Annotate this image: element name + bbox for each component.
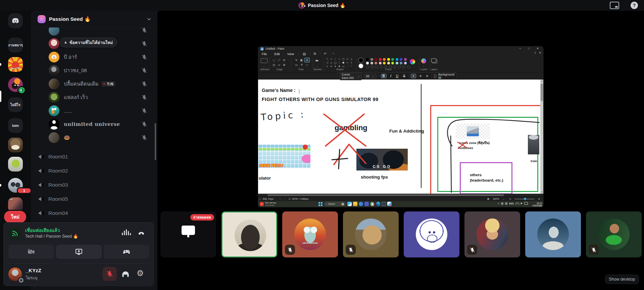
zoom-in-icon[interactable]: ⊕ [538, 198, 540, 200]
popout-player-icon[interactable] [610, 2, 619, 9]
tile-participant-3[interactable] [343, 211, 399, 257]
voice-channel-room04[interactable]: Room04 [31, 206, 157, 220]
edit-colors-icon[interactable] [410, 59, 415, 64]
camera-button[interactable] [8, 245, 54, 259]
taskbar-app-chrome[interactable] [370, 202, 375, 206]
voice-channel-path[interactable]: Tech Hall / Passion Seed 🔥 [25, 234, 78, 239]
gridlines-icon[interactable]: ▦ [487, 198, 490, 200]
help-icon[interactable]: ? [631, 2, 638, 9]
voice-activity-icon[interactable] [122, 229, 131, 235]
color1-swatch[interactable] [359, 58, 363, 62]
background-fill-checkbox[interactable] [434, 75, 436, 78]
align-left-button[interactable]: ≡ [411, 74, 416, 78]
taskbar-app-teams[interactable] [364, 202, 369, 206]
align-center-button[interactable]: ≡ [418, 74, 423, 78]
redo-icon[interactable]: ↷ [329, 52, 337, 56]
font-family-select[interactable]: Comic Sans MS⌄ [340, 72, 362, 80]
start-button[interactable] [318, 202, 323, 206]
palette-row2[interactable] [366, 62, 407, 64]
tile-participant-4[interactable] [404, 211, 459, 257]
copy-icon[interactable]: ⧉ [311, 52, 319, 56]
server-item-plush[interactable] [8, 157, 23, 172]
voice-channel-room01[interactable]: Room01 [31, 150, 157, 164]
member-row[interactable]: ปลื้มคนดีคนเดิม⚔T:/S [31, 77, 157, 91]
activities-button[interactable] [104, 245, 149, 259]
strikethrough-button[interactable]: S [402, 74, 407, 78]
taskbar-app-task-view[interactable] [347, 202, 352, 206]
mic-mute-button[interactable] [103, 267, 117, 281]
tools-icons[interactable]: ✎◧A▭✐⌕ [294, 58, 310, 67]
tile-screenshare[interactable]: ถ่ายทอดสด [160, 211, 216, 257]
server-item-discord-home[interactable] [8, 13, 23, 28]
taskbar-app-onedrive[interactable] [359, 202, 363, 206]
taskbar-search[interactable]: ⌕Search [324, 202, 346, 206]
taskbar-app-paint[interactable] [387, 202, 392, 206]
member-row[interactable]: unlimited universe [31, 117, 157, 131]
maximize-icon[interactable]: □ [525, 46, 533, 51]
taskbar-app-edge[interactable] [376, 202, 380, 206]
voice-channel-room03[interactable]: Room03 [31, 178, 157, 192]
server-item-iwm[interactable]: iwm [8, 118, 23, 133]
layers-icon[interactable] [431, 58, 436, 62]
screenshare-button[interactable] [56, 245, 102, 259]
font-size-select[interactable]: 28⌄ [364, 74, 377, 79]
voice-channel-room05[interactable]: Room05 [31, 192, 157, 206]
palette-row1[interactable] [366, 58, 407, 61]
image-tools-icons[interactable]: ⬚⤢⟳◫▱⊞ [271, 58, 287, 67]
close-icon[interactable]: ✕ [533, 46, 542, 51]
voice-channel-room02[interactable]: Room02 [31, 164, 157, 178]
italic-button[interactable]: I [389, 74, 393, 78]
shapes-grid[interactable]: ╲∿○□▢⬠△◁◇◯☆⬟⇦⇧⇩✶✦❖▭◌◠ [325, 57, 353, 68]
server-header[interactable]: ⌂ Passion Seed 🔥 [31, 11, 157, 28]
sidebar-scrollbar[interactable] [155, 123, 156, 160]
zoom-slider[interactable] [514, 199, 535, 199]
color2-swatch[interactable] [359, 64, 363, 68]
zoom-level[interactable]: 100% [493, 197, 499, 200]
canvas-hscrollbar[interactable] [258, 194, 540, 196]
magnifier-icon: ⌕ [304, 62, 310, 67]
new-server-pill[interactable]: ใหม่ [4, 211, 26, 223]
tile-participant-6[interactable] [525, 211, 581, 257]
member-row[interactable]: บี อาร์ [31, 50, 157, 64]
server-item-mai-mi-rai[interactable]: ไม่มีไร [8, 97, 23, 112]
group-label-tools: Tools [292, 68, 310, 70]
settings-gear-icon[interactable]: ⚙ [137, 269, 144, 278]
tile-participant-1[interactable] [221, 211, 277, 257]
server-item-amongus[interactable]: SHHHHHH! [8, 57, 23, 72]
menu-file[interactable]: File [258, 52, 270, 56]
weather-widget[interactable]: ! Rain warningJust issued [260, 202, 276, 206]
canvas-vscrollbar[interactable]: ▲▼ [540, 80, 543, 194]
tile-participant-2[interactable]: URARASHII [282, 211, 338, 257]
server-item-zim[interactable]: ZIM [8, 197, 23, 212]
paint-canvas[interactable]: Game's Name : FIGHT OTHERS WITH OP GUNS … [258, 80, 540, 194]
undo-icon[interactable]: ↶ [321, 52, 329, 56]
underline-button[interactable]: U [395, 74, 400, 78]
tile-participant-7[interactable] [586, 211, 642, 257]
zoom-out-icon[interactable]: ⊖ [509, 198, 511, 200]
server-item-monkey[interactable] [8, 138, 23, 152]
screen-share-video[interactable]: Untitled - Paint ─□✕ ↥⚙ File Edit View ▤… [258, 46, 543, 207]
menu-view[interactable]: View [284, 52, 298, 56]
menu-edit[interactable]: Edit [270, 52, 283, 56]
unread-messages-banner[interactable]: ∧ ข้อความที่ไม่ได้อ่านใหม่ [60, 38, 117, 47]
server-item-ngan-ma[interactable]: งานหมาๆ [8, 38, 23, 52]
member-row[interactable]: ...... [31, 104, 157, 117]
save-icon[interactable]: ▤ [300, 52, 308, 56]
brushes-icon[interactable]: ✒ [315, 58, 319, 63]
system-tray[interactable]: ∧ ENG [498, 202, 528, 205]
bold-button[interactable]: B [381, 74, 387, 78]
member-row[interactable]: บ่าวซง_08 [31, 64, 157, 77]
minimize-icon[interactable]: ─ [516, 46, 525, 51]
paint-statusbar: ▷ 408, 91px ⬚ ⊡ 3976 × 2360px ▦ 100% ⌄ ⊖… [258, 196, 543, 201]
member-row[interactable]: 🍩 [31, 131, 157, 144]
deafen-button[interactable] [121, 270, 130, 278]
disconnect-button[interactable] [137, 229, 145, 237]
copilot-icon[interactable] [421, 58, 426, 63]
taskbar-clock[interactable]: 15:13 14/9/2568 [532, 202, 542, 207]
member-row[interactable]: แฟลงก์ เร็ว [31, 91, 157, 104]
tile-participant-5[interactable] [464, 211, 520, 257]
align-right-button[interactable]: ≡ [425, 74, 430, 78]
taskbar-app-file-explorer[interactable] [353, 202, 357, 206]
taskbar-app-phone-link[interactable] [382, 202, 386, 206]
selection-tool-icon[interactable] [261, 58, 267, 63]
